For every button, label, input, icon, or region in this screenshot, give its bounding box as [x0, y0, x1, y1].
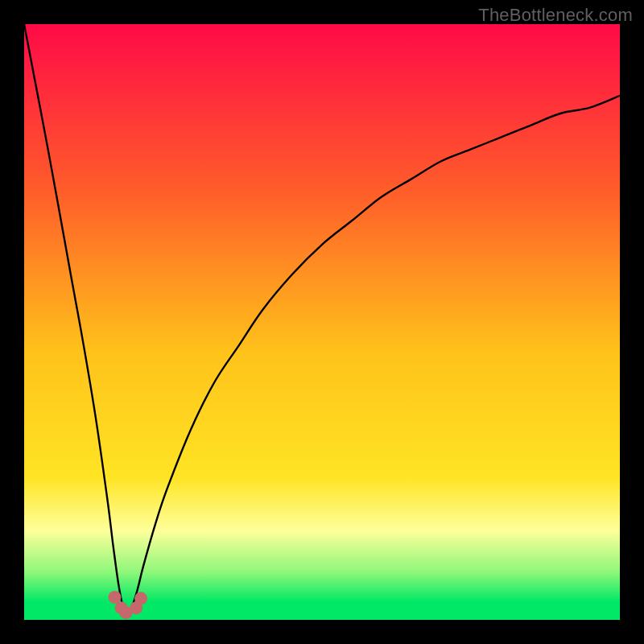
bottleneck-curve: [24, 24, 620, 615]
curve-layer: [24, 24, 620, 620]
plot-area: [24, 24, 620, 620]
chart-frame: TheBottleneck.com: [0, 0, 644, 644]
minimum-dot: [134, 592, 147, 605]
watermark-text: TheBottleneck.com: [478, 5, 633, 26]
curve-minimum-dots: [108, 591, 147, 619]
minimum-dot: [108, 591, 121, 604]
